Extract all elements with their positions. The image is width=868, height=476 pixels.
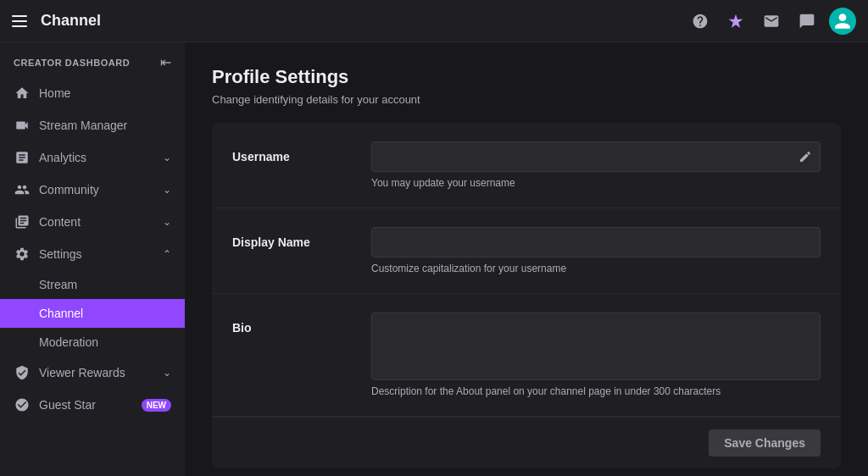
page-subtitle: Change identifying details for your acco… [212, 93, 841, 106]
viewer-rewards-icon [14, 364, 31, 381]
sidebar-item-home[interactable]: Home [0, 77, 185, 109]
username-edit-button[interactable] [798, 150, 812, 163]
bio-label: Bio [232, 313, 351, 335]
sidebar-item-stream-manager-label: Stream Manager [39, 119, 171, 132]
chat-icon[interactable] [793, 8, 821, 35]
save-button[interactable]: Save Changes [709, 429, 821, 457]
sparkles-icon[interactable] [722, 8, 749, 35]
new-badge: NEW [142, 399, 171, 412]
bio-hint: Description for the About panel on your … [371, 385, 821, 397]
display-name-label: Display Name [232, 227, 351, 249]
sidebar-item-community-label: Community [39, 183, 154, 196]
content-area: Profile Settings Change identifying deta… [185, 42, 868, 476]
display-name-hint: Customize capitalization for your userna… [371, 263, 821, 274]
sidebar-item-community[interactable]: Community ⌄ [0, 174, 185, 206]
sidebar-item-analytics-label: Analytics [39, 151, 154, 164]
username-content: You may update your username [371, 141, 821, 189]
sidebar-item-settings-label: Settings [39, 247, 154, 261]
display-name-input[interactable] [371, 227, 821, 257]
topbar-title: Channel [41, 12, 676, 30]
sidebar-sub-item-stream[interactable]: Stream [0, 270, 185, 299]
topbar: Channel [0, 0, 868, 42]
bio-input[interactable] [371, 313, 821, 380]
home-icon [14, 85, 31, 102]
settings-chevron-icon: ⌃ [163, 248, 171, 260]
topbar-icons [687, 8, 856, 35]
sidebar-item-analytics[interactable]: Analytics ⌄ [0, 141, 185, 174]
menu-icon[interactable] [12, 12, 31, 30]
content-icon [14, 213, 31, 230]
sidebar-header: CREATOR DASHBOARD ⇤ [0, 42, 185, 77]
sidebar-item-viewer-rewards[interactable]: Viewer Rewards ⌄ [0, 357, 185, 389]
sidebar-item-viewer-rewards-label: Viewer Rewards [39, 366, 154, 379]
content-chevron-icon: ⌄ [163, 216, 171, 228]
stream-manager-icon [14, 117, 31, 134]
bio-content: Description for the About panel on your … [371, 313, 821, 397]
mail-icon[interactable] [758, 8, 785, 35]
sidebar-item-guest-star[interactable]: Guest Star NEW [0, 389, 185, 421]
settings-icon [14, 246, 31, 263]
viewer-rewards-chevron-icon: ⌄ [163, 367, 171, 379]
sidebar-header-label: CREATOR DASHBOARD [14, 58, 130, 68]
sidebar-sub-item-channel[interactable]: Channel [0, 299, 185, 328]
community-chevron-icon: ⌄ [163, 184, 171, 196]
sidebar-item-stream-manager[interactable]: Stream Manager [0, 109, 185, 141]
username-hint: You may update your username [371, 177, 821, 189]
username-input[interactable] [371, 141, 821, 172]
username-input-wrapper [371, 141, 821, 172]
sidebar-sub-item-stream-label: Stream [39, 278, 77, 291]
username-row: Username You may update your username [212, 123, 841, 208]
bio-row: Bio Description for the About panel on y… [212, 294, 841, 417]
display-name-row: Display Name Customize capitalization fo… [212, 208, 841, 294]
analytics-chevron-icon: ⌄ [163, 152, 171, 163]
sidebar-item-content-label: Content [39, 215, 154, 229]
sidebar-sub-item-moderation[interactable]: Moderation [0, 328, 185, 357]
sidebar-item-settings[interactable]: Settings ⌃ [0, 238, 185, 270]
sidebar: CREATOR DASHBOARD ⇤ Home Stream Manager … [0, 42, 185, 476]
settings-card: Username You may update your username Di… [212, 123, 841, 468]
user-avatar[interactable] [829, 8, 856, 35]
display-name-content: Customize capitalization for your userna… [371, 227, 821, 274]
sidebar-collapse-icon[interactable]: ⇤ [160, 54, 171, 70]
sidebar-sub-item-channel-label: Channel [39, 307, 83, 320]
analytics-icon [14, 149, 31, 166]
sidebar-sub-item-moderation-label: Moderation [39, 335, 98, 349]
guest-star-icon [14, 396, 31, 413]
save-row: Save Changes [212, 417, 841, 468]
community-icon [14, 181, 31, 198]
main-layout: CREATOR DASHBOARD ⇤ Home Stream Manager … [0, 42, 868, 476]
help-icon[interactable] [687, 8, 714, 35]
sidebar-item-home-label: Home [39, 86, 171, 100]
username-label: Username [232, 141, 351, 163]
sidebar-item-guest-star-label: Guest Star [39, 398, 128, 412]
page-title: Profile Settings [212, 66, 841, 88]
sidebar-item-content[interactable]: Content ⌄ [0, 206, 185, 238]
